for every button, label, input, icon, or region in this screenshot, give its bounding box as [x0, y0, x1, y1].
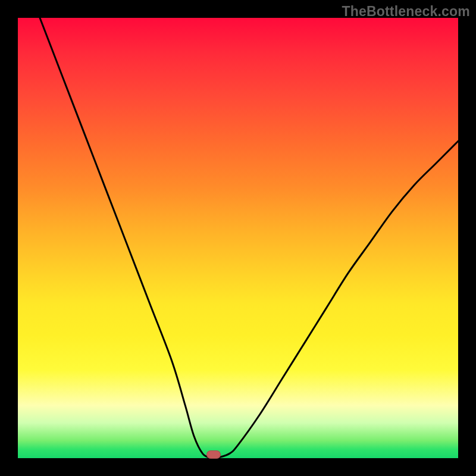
- bottleneck-curve: [40, 18, 458, 458]
- optimal-marker: [206, 450, 221, 459]
- plot-area: [18, 18, 458, 458]
- watermark-text: TheBottleneck.com: [342, 4, 470, 20]
- chart-frame: TheBottleneck.com: [0, 0, 476, 476]
- curve-svg: [18, 18, 458, 458]
